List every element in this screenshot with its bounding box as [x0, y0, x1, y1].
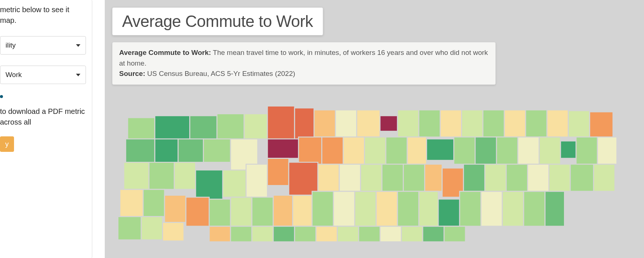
county[interactable]: [318, 164, 339, 191]
county[interactable]: [401, 226, 423, 241]
county[interactable]: [165, 195, 186, 222]
county[interactable]: [376, 191, 398, 226]
county[interactable]: [267, 158, 289, 185]
county[interactable]: [425, 164, 442, 191]
county[interactable]: [312, 191, 333, 226]
county[interactable]: [314, 110, 335, 137]
county[interactable]: [186, 197, 209, 226]
county[interactable]: [126, 139, 155, 162]
county[interactable]: [335, 110, 357, 137]
county[interactable]: [481, 191, 502, 226]
county[interactable]: [549, 164, 570, 191]
county[interactable]: [289, 162, 318, 195]
county[interactable]: [496, 137, 518, 164]
county[interactable]: [526, 110, 547, 137]
county[interactable]: [292, 195, 312, 226]
county[interactable]: [518, 137, 539, 164]
county[interactable]: [155, 115, 190, 139]
county[interactable]: [454, 137, 475, 164]
county[interactable]: [163, 222, 184, 241]
county[interactable]: [382, 164, 404, 191]
county[interactable]: [267, 139, 298, 158]
county[interactable]: [120, 189, 143, 216]
county[interactable]: [419, 191, 439, 226]
county[interactable]: [118, 216, 141, 240]
county[interactable]: [190, 115, 217, 139]
county[interactable]: [504, 110, 526, 137]
county[interactable]: [440, 110, 461, 137]
county[interactable]: [343, 137, 364, 164]
county[interactable]: [407, 137, 427, 164]
county[interactable]: [267, 106, 295, 139]
county[interactable]: [502, 191, 524, 226]
county[interactable]: [339, 164, 361, 191]
county[interactable]: [361, 164, 382, 191]
county[interactable]: [209, 199, 231, 226]
county[interactable]: [380, 115, 397, 131]
county[interactable]: [252, 197, 273, 226]
county[interactable]: [124, 162, 149, 189]
county[interactable]: [576, 137, 598, 164]
county[interactable]: [333, 191, 355, 226]
county[interactable]: [524, 191, 545, 226]
county[interactable]: [483, 110, 504, 137]
county[interactable]: [231, 226, 252, 241]
download-button[interactable]: y: [0, 136, 14, 152]
county[interactable]: [364, 137, 386, 164]
county[interactable]: [598, 137, 617, 164]
county[interactable]: [403, 164, 425, 191]
county[interactable]: [438, 199, 460, 226]
county[interactable]: [355, 191, 376, 226]
county[interactable]: [252, 226, 273, 241]
county[interactable]: [273, 195, 293, 226]
county[interactable]: [231, 197, 252, 226]
county[interactable]: [359, 226, 380, 241]
county[interactable]: [178, 139, 203, 162]
county[interactable]: [380, 226, 401, 241]
county[interactable]: [203, 139, 231, 162]
county[interactable]: [337, 226, 359, 241]
county[interactable]: [357, 110, 380, 137]
county[interactable]: [209, 226, 231, 241]
county[interactable]: [141, 216, 163, 240]
county[interactable]: [539, 137, 561, 164]
county[interactable]: [273, 226, 295, 241]
county[interactable]: [298, 137, 322, 164]
county[interactable]: [561, 141, 576, 158]
county[interactable]: [444, 226, 465, 241]
county[interactable]: [386, 137, 407, 164]
county[interactable]: [195, 170, 223, 199]
county[interactable]: [322, 137, 343, 164]
metric-select[interactable]: Work: [0, 66, 86, 84]
county[interactable]: [149, 162, 174, 189]
county[interactable]: [223, 170, 246, 197]
county[interactable]: [547, 110, 568, 137]
county[interactable]: [295, 226, 316, 241]
county[interactable]: [128, 118, 155, 139]
county[interactable]: [460, 191, 481, 226]
county[interactable]: [464, 164, 485, 191]
county[interactable]: [398, 191, 419, 226]
county[interactable]: [155, 139, 178, 162]
county[interactable]: [485, 164, 506, 191]
county[interactable]: [143, 189, 165, 216]
choropleth-map[interactable]: [112, 94, 644, 242]
county[interactable]: [545, 191, 565, 226]
county[interactable]: [316, 226, 337, 241]
county[interactable]: [475, 137, 496, 164]
county[interactable]: [527, 164, 549, 191]
county[interactable]: [423, 226, 444, 241]
county[interactable]: [174, 162, 195, 189]
county[interactable]: [427, 139, 454, 160]
county[interactable]: [244, 114, 267, 139]
county[interactable]: [506, 164, 527, 191]
county[interactable]: [246, 164, 267, 197]
county[interactable]: [590, 112, 613, 137]
county[interactable]: [593, 164, 615, 191]
county[interactable]: [419, 110, 440, 137]
county[interactable]: [398, 110, 419, 137]
category-select[interactable]: ility: [0, 36, 86, 55]
county[interactable]: [295, 108, 314, 139]
county[interactable]: [568, 111, 590, 137]
county[interactable]: [217, 114, 244, 139]
